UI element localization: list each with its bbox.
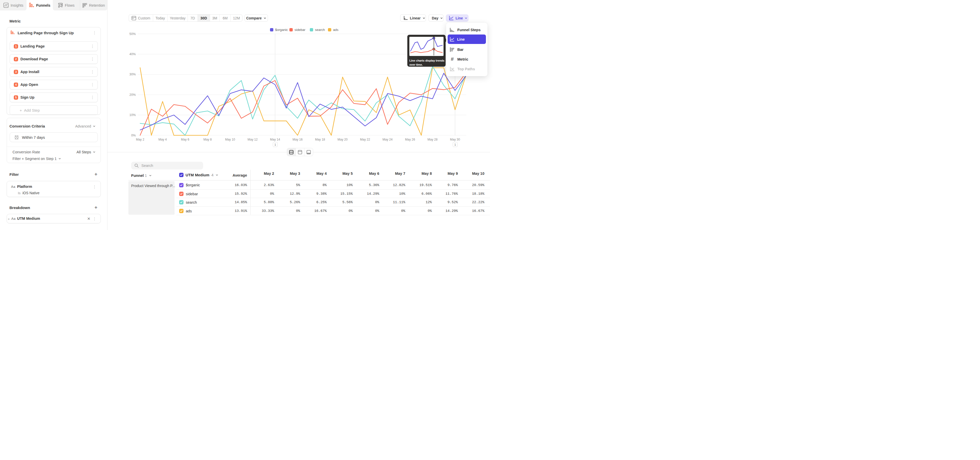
svg-text:May 18: May 18 (315, 138, 325, 141)
svg-text:May 14: May 14 (270, 138, 280, 141)
svg-text:May 30: May 30 (450, 138, 460, 141)
svg-text:May 8: May 8 (204, 138, 212, 141)
svg-text:40%: 40% (129, 53, 136, 56)
svg-text:10%: 10% (129, 113, 136, 117)
svg-text:50%: 50% (129, 32, 136, 36)
svg-text:May 2: May 2 (136, 138, 145, 141)
svg-text:May 6: May 6 (181, 138, 189, 141)
svg-text:0%: 0% (131, 134, 136, 137)
svg-text:May 28: May 28 (428, 138, 438, 141)
svg-text:May 4: May 4 (159, 138, 167, 141)
svg-text:30%: 30% (129, 73, 136, 76)
svg-text:May 22: May 22 (360, 138, 370, 141)
svg-text:May 24: May 24 (383, 138, 393, 141)
svg-text:May 12: May 12 (248, 138, 258, 141)
svg-text:May 26: May 26 (405, 138, 415, 141)
svg-text:20%: 20% (129, 93, 136, 97)
svg-text:May 16: May 16 (293, 138, 303, 141)
svg-text:May 10: May 10 (225, 138, 235, 141)
svg-text:May 20: May 20 (338, 138, 348, 141)
